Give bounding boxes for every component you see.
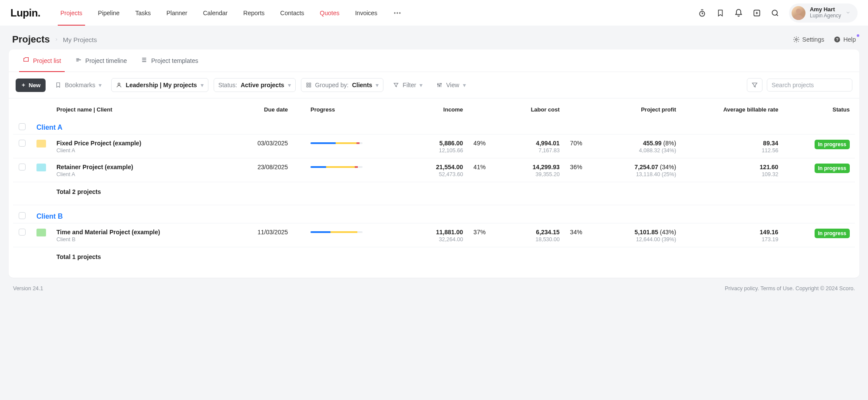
client-group-link[interactable]: Client B (36, 213, 63, 220)
progress-bar (310, 142, 363, 144)
svg-rect-14 (309, 85, 311, 87)
nav-item-contacts[interactable]: Contacts (272, 0, 312, 26)
status-prefix: Status: (218, 82, 238, 89)
status-badge: In progress (815, 229, 850, 238)
projects-card: Project listProject timelineProject temp… (9, 49, 859, 278)
progress-bar (310, 231, 363, 233)
filter-icon (751, 82, 758, 89)
svg-point-7 (795, 39, 797, 40)
svg-point-5 (772, 10, 777, 15)
col-labor[interactable]: Labor cost (504, 98, 565, 119)
status-value: Active projects (241, 82, 284, 89)
profit-value: 5,101.85 (43%) (634, 229, 676, 236)
group-checkbox[interactable] (19, 123, 26, 130)
grid-icon (306, 82, 312, 88)
bookmark-icon (55, 82, 61, 88)
nav-item-reports[interactable]: Reports (235, 0, 272, 26)
client-group-link[interactable]: Client A (36, 124, 63, 131)
nav-item-pipeline[interactable]: Pipeline (90, 0, 128, 26)
col-status[interactable]: Status (783, 98, 855, 119)
row-checkbox[interactable] (19, 229, 26, 236)
project-row[interactable]: Time and Material Project (example)Clien… (13, 223, 855, 247)
search-icon[interactable] (771, 9, 779, 17)
user-menu[interactable]: Amy Hart Lupin Agency (789, 3, 858, 23)
nav-item-projects[interactable]: Projects (53, 0, 90, 26)
chevron-down-icon: ▾ (99, 82, 102, 89)
tab-label: Project list (33, 57, 61, 64)
bookmarks-dropdown[interactable]: Bookmarks ▾ (51, 79, 106, 92)
nav-item-invoices[interactable]: Invoices (347, 0, 385, 26)
user-name: Amy Hart (810, 7, 841, 13)
nav-item-planner[interactable]: Planner (158, 0, 195, 26)
footer: Version 24.1 Privacy policy. Terms of Us… (0, 278, 868, 304)
logo[interactable]: Lupin. (10, 7, 40, 19)
nav-item-quotes[interactable]: Quotes (312, 0, 347, 26)
rate-value: 149.16 (760, 229, 779, 236)
profit-value: 7,254.07 (34%) (634, 164, 676, 170)
tab-timeline[interactable]: Project timeline (68, 49, 134, 72)
search-input[interactable] (772, 82, 848, 89)
avatar (792, 6, 805, 20)
timer-icon[interactable] (698, 9, 706, 17)
view-button[interactable]: View ▾ (432, 79, 470, 92)
filter-label: Filter (403, 82, 416, 89)
nav-more[interactable] (385, 0, 409, 26)
group-checkbox[interactable] (19, 212, 26, 219)
project-icon (36, 140, 46, 148)
settings-button[interactable]: Settings (793, 36, 825, 43)
group-by-selector[interactable]: Grouped by: Clients ▾ (301, 78, 384, 92)
group-by-value: Clients (352, 82, 373, 89)
profit-sub: 13,118.40 (25%) (636, 171, 676, 177)
project-icon (36, 229, 46, 236)
svg-rect-12 (309, 83, 311, 85)
topbar-right: Amy Hart Lupin Agency (698, 3, 858, 23)
help-button[interactable]: ? Help (834, 36, 856, 43)
filter-button[interactable]: Filter ▾ (389, 79, 427, 92)
profit-value: 455.99 (8%) (643, 140, 676, 147)
version-label: Version 24.1 (13, 285, 43, 292)
col-progress[interactable]: Progress (293, 98, 410, 119)
row-checkbox[interactable] (19, 140, 26, 147)
labor-pct: 70% (565, 134, 600, 158)
scope-selector[interactable]: Leadership | My projects ▾ (111, 78, 208, 92)
sliders-icon (436, 82, 442, 88)
project-client: Client A (56, 148, 224, 154)
tab-label: Project templates (151, 57, 198, 64)
tab-templates[interactable]: Project templates (134, 49, 205, 72)
status-filter[interactable]: Status: Active projects ▾ (214, 78, 296, 92)
rate-sub: 173.19 (762, 236, 778, 243)
income-value: 5,886.00 (439, 140, 463, 147)
col-project-name[interactable]: Project name | Client (51, 98, 229, 119)
scope-label: Leadership | My projects (125, 82, 197, 89)
list-icon (23, 56, 30, 65)
footer-legal[interactable]: Privacy policy. Terms of Use. Copyright … (725, 285, 855, 292)
help-notification-dot (857, 34, 859, 37)
income-sub: 12,105.66 (439, 148, 463, 154)
nav-item-tasks[interactable]: Tasks (127, 0, 158, 26)
gear-icon (793, 36, 800, 43)
user-org: Lupin Agency (810, 13, 841, 19)
col-profit[interactable]: Project profit (600, 98, 681, 119)
tab-list[interactable]: Project list (16, 49, 68, 72)
status-badge: In progress (815, 164, 850, 173)
col-due-date[interactable]: Due date (229, 98, 293, 119)
bookmark-icon[interactable] (716, 9, 725, 17)
chevron-down-icon: ▾ (463, 82, 466, 89)
project-row[interactable]: Fixed Price Project (example)Client A03/… (13, 134, 855, 158)
advanced-filter-button[interactable] (747, 78, 762, 92)
chevron-down-icon: ▾ (288, 82, 291, 89)
group-total: Total 2 projects (51, 182, 855, 205)
labor-pct: 34% (565, 223, 600, 247)
nav-item-calendar[interactable]: Calendar (195, 0, 235, 26)
col-income[interactable]: Income (410, 98, 469, 119)
new-button[interactable]: New (16, 79, 46, 92)
labor-value: 14,299.93 (533, 164, 560, 170)
row-checkbox[interactable] (19, 164, 26, 170)
add-icon[interactable] (752, 9, 761, 17)
svg-point-15 (438, 84, 439, 85)
col-rate[interactable]: Average billable rate (681, 98, 783, 119)
rate-value: 89.34 (763, 140, 778, 147)
project-row[interactable]: Retainer Project (example)Client A23/08/… (13, 158, 855, 182)
chevron-down-icon: ▾ (201, 82, 204, 89)
bell-icon[interactable] (734, 9, 743, 17)
